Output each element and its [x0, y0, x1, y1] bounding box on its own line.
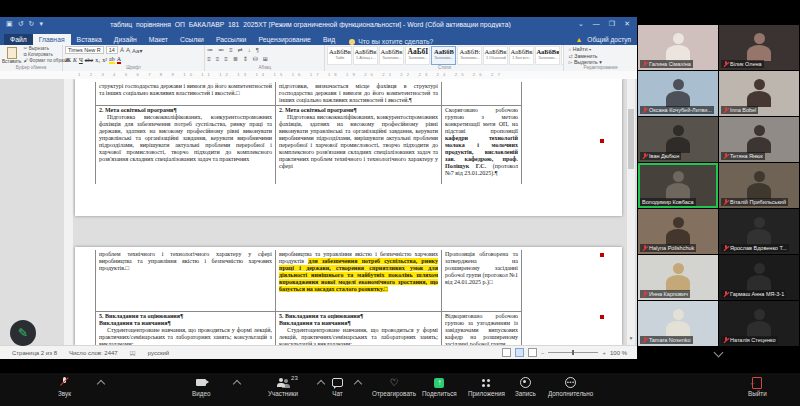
read-mode-icon[interactable] — [502, 348, 511, 357]
participant-tile[interactable]: Inna Bobel — [719, 71, 799, 116]
zoom-slider[interactable] — [548, 352, 598, 353]
tab-design[interactable]: Дизайн — [108, 34, 143, 45]
tab-review[interactable]: Рецензирование — [252, 34, 316, 45]
share-document-button[interactable]: Общий доступ — [587, 36, 631, 43]
grow-font-icon[interactable]: А́ — [120, 47, 124, 53]
page-indicator[interactable]: Страница 2 из 8 — [12, 350, 57, 356]
participant-tile[interactable]: Halyna Polishchuk — [638, 209, 718, 254]
style-chip[interactable]: АаБбВЗаголовок — [561, 46, 563, 65]
proofing-icon[interactable]: 🕮 — [130, 350, 136, 356]
document-area[interactable]: структурі господарства держави і вимоги … — [0, 79, 637, 345]
ribbon-options-icon[interactable]: ⌄ — [578, 20, 584, 28]
save-icon[interactable]: ▣ — [6, 20, 13, 28]
pilcrow-icon[interactable]: ¶ — [256, 47, 262, 53]
web-layout-icon[interactable] — [528, 348, 537, 357]
font-name-select[interactable]: Times New R — [65, 46, 104, 54]
indent-icons[interactable]: ⇄ — [238, 46, 246, 53]
bold-button[interactable]: Ж — [65, 57, 71, 63]
close-button[interactable]: ✕ — [624, 20, 630, 28]
align-left-icon[interactable]: ≡ — [207, 56, 214, 62]
zoom-out-icon[interactable]: − — [541, 350, 545, 356]
apps-button[interactable]: Приложения — [468, 377, 505, 397]
annotation-pencil-button[interactable]: ✎ — [10, 320, 36, 346]
participant-tile[interactable]: Гармаш Анна МЯ-3-1 — [719, 255, 799, 300]
participant-tile[interactable]: Іван Дюбюн — [638, 117, 718, 162]
participant-tile[interactable]: Инна Карпович — [638, 255, 718, 300]
change-case-icon[interactable]: Аа▾ — [132, 47, 142, 54]
document-page-1[interactable]: структурі господарства держави і вимоги … — [75, 79, 622, 216]
minimize-button[interactable]: — — [593, 20, 600, 28]
participant-tile[interactable]: Tamara Nosenko — [638, 301, 718, 346]
redo-icon[interactable]: ↻ — [29, 20, 35, 28]
undo-icon[interactable]: ↺ — [18, 20, 24, 28]
style-chip[interactable]: АаБбВвГ1 Абзац с... — [353, 46, 378, 65]
tab-layout[interactable]: Макет — [143, 34, 174, 45]
video-button[interactable]: Видео — [192, 377, 210, 397]
chat-button[interactable]: Чат — [332, 377, 343, 397]
participants-button[interactable]: 23 Участники — [268, 377, 298, 397]
align-right-icon[interactable]: ≡ — [224, 56, 231, 62]
zoom-slider-thumb[interactable] — [572, 350, 574, 355]
share-screen-button[interactable]: ↑ Поделиться — [422, 377, 457, 397]
sort-icon[interactable]: ↓ — [248, 47, 254, 53]
participant-tile[interactable]: Наталія Стеценко — [719, 301, 799, 346]
multilevel-icon[interactable]: ≡ — [229, 47, 236, 53]
text-highlight-button[interactable]: ab — [109, 56, 115, 64]
strikethrough-button[interactable]: abc — [85, 57, 93, 63]
underline-button[interactable]: Ч — [79, 57, 83, 63]
font-size-select[interactable]: 14 — [106, 46, 118, 54]
tab-mailings[interactable]: Рассылки — [210, 34, 253, 45]
participant-tile[interactable]: Галина Сімахіна — [638, 25, 718, 70]
style-chip[interactable]: АаБбВвГ1 Без инт... — [509, 46, 534, 65]
word-count[interactable]: Число слов: 2447 — [69, 350, 118, 356]
style-chip[interactable]: АаБбВвГЗаголово... — [379, 46, 404, 65]
reactions-button[interactable]: ♡ Отреагировать — [372, 377, 416, 397]
scrollbar-thumb[interactable] — [628, 109, 634, 169]
restore-button[interactable]: ❐ — [609, 20, 615, 28]
format-painter-button[interactable]: 🖌 Формат по образцу — [23, 58, 67, 64]
shading-icon[interactable]: ⛁ — [253, 55, 261, 62]
justify-icon[interactable]: ≣ — [233, 55, 241, 62]
superscript-button[interactable]: x² — [102, 57, 107, 63]
align-center-icon[interactable]: ≡ — [216, 56, 223, 62]
participant-tile[interactable]: Оксана Кочубей-Литви... — [638, 71, 718, 116]
borders-icon[interactable]: ⊞ — [263, 55, 271, 62]
style-chip[interactable]: АаБбВвTable — [327, 46, 352, 65]
more-button[interactable]: ••• Дополнительно — [548, 377, 593, 397]
tab-references[interactable]: Ссылки — [174, 34, 210, 45]
participant-tile[interactable]: Ярослав Вдовенко Т... — [719, 209, 799, 254]
style-chip[interactable]: АаБбВвЗаголово... — [535, 46, 560, 65]
tab-home[interactable]: Главная — [33, 34, 71, 45]
scroll-down-icon[interactable]: ▼ — [628, 335, 634, 341]
zoom-in-icon[interactable]: + — [602, 350, 606, 356]
style-chip-selected[interactable]: АаБбВЗаголово... — [431, 46, 456, 65]
record-button[interactable]: Запись — [515, 377, 536, 397]
mute-button[interactable]: Звук — [58, 377, 71, 397]
numbering-icon[interactable]: ≕ — [218, 46, 227, 53]
style-chip[interactable]: АаБбІЗаголово... — [405, 46, 430, 65]
style-chip[interactable]: АаБбВвГ1 Обычный — [483, 46, 508, 65]
bullets-icon[interactable]: ≔ — [207, 46, 216, 53]
tab-insert[interactable]: Вставка — [71, 34, 108, 45]
participants-options-chevron[interactable] — [317, 380, 325, 388]
participant-tile-active-speaker[interactable]: Володимир Ковбаса — [638, 163, 718, 208]
participant-tile[interactable]: Тетяна Янюк — [719, 117, 799, 162]
paste-button[interactable]: Вставить — [2, 47, 21, 64]
more-participants-button[interactable] — [690, 349, 746, 359]
mute-options-chevron[interactable] — [97, 380, 105, 388]
shrink-font-icon[interactable]: А̦ — [126, 47, 130, 53]
video-options-chevron[interactable] — [233, 380, 241, 388]
document-page-2[interactable]: проблем технічного і технологічного хара… — [75, 247, 622, 345]
participant-tile[interactable]: Віталій Прибильський — [719, 163, 799, 208]
font-color-button[interactable]: А — [117, 56, 121, 64]
vertical-scrollbar[interactable]: ▼ — [627, 79, 635, 345]
participant-tile[interactable]: Білик Олена — [719, 25, 799, 70]
activation-warning-icon[interactable]: ▲ — [575, 36, 582, 43]
print-layout-icon[interactable] — [515, 348, 524, 357]
tab-file[interactable]: Файл — [4, 34, 33, 45]
line-spacing-icon[interactable]: ⇕ — [243, 55, 251, 62]
subscript-button[interactable]: x₂ — [95, 57, 100, 63]
leave-meeting-button[interactable]: Выйти — [748, 377, 767, 397]
style-chip[interactable]: АаБбВ:Заголово... — [457, 46, 482, 65]
tell-me-box[interactable]: Что вы хотите сделать? — [349, 38, 433, 45]
